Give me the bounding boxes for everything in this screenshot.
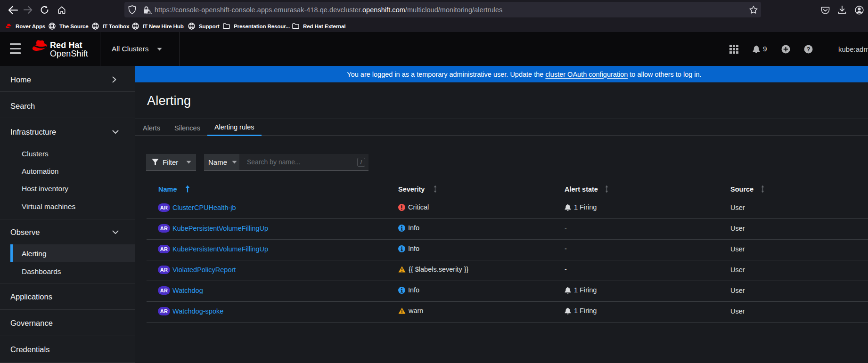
svg-text:?: ?: [807, 46, 811, 52]
